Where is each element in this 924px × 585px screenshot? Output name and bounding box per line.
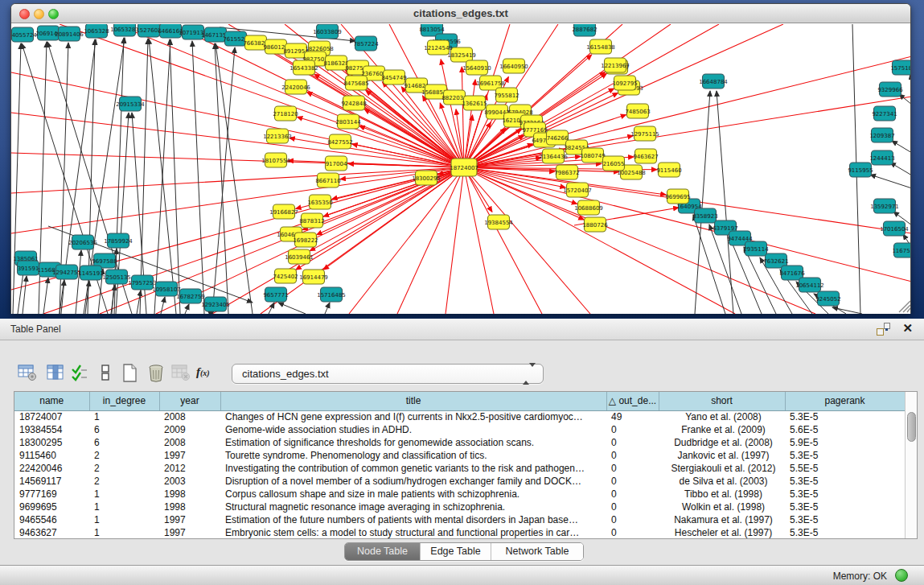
table-cell[interactable]: 1997 — [159, 526, 220, 539]
table-cell[interactable]: 2 — [89, 462, 159, 475]
select-columns-button[interactable] — [68, 364, 91, 385]
table-cell[interactable]: 9463627 — [14, 526, 89, 539]
column-header-name[interactable]: name — [14, 392, 89, 410]
graph-edge[interactable] — [464, 167, 542, 314]
graph-node[interactable]: 2935114 — [743, 241, 769, 256]
graph-node[interactable]: 18724007 — [450, 159, 478, 176]
table-cell[interactable]: 5.5E-5 — [785, 462, 905, 475]
graph-node[interactable]: 8878312 — [299, 213, 324, 228]
graph-node[interactable]: 1080749 — [580, 148, 605, 163]
table-row[interactable]: 2242004622012Investigating the contribut… — [14, 462, 905, 475]
table-cell[interactable]: 2008 — [159, 410, 220, 423]
graph-node[interactable]: 1065328 — [84, 24, 109, 38]
graph-node[interactable]: 2887682 — [572, 24, 597, 36]
table-scrollbar[interactable] — [905, 392, 917, 538]
table-cell[interactable]: 0 — [606, 501, 659, 513]
graph-node[interactable]: 9242848 — [341, 96, 366, 110]
table-cell[interactable]: 1 — [89, 488, 159, 501]
table-row[interactable]: 969969511998Structural magnetic resonanc… — [14, 501, 905, 513]
table-cell[interactable]: 2003 — [159, 475, 220, 488]
graph-node[interactable]: 391591 — [18, 261, 39, 275]
graph-node[interactable]: 7857224 — [353, 36, 379, 51]
graph-node[interactable]: 1362615 — [462, 96, 487, 110]
table-cell[interactable]: 18724007 — [14, 410, 89, 423]
graph-edge[interactable] — [192, 41, 204, 314]
graph-edge[interactable] — [323, 167, 464, 270]
graph-node[interactable]: 1145191 — [78, 266, 103, 280]
graph-node[interactable]: 12975115 — [630, 126, 659, 141]
tab-network-table[interactable]: Network Table — [491, 543, 583, 560]
table-cell[interactable]: Estimation of significance thresholds fo… — [220, 436, 606, 449]
table-cell[interactable]: Disruption of a novel member of a sodium… — [220, 475, 606, 488]
table-cell[interactable]: 5.3E-5 — [785, 410, 905, 423]
graph-edge[interactable] — [870, 175, 910, 188]
graph-node[interactable]: 16914479 — [299, 270, 328, 284]
graph-node[interactable]: 17859924 — [104, 233, 133, 248]
memory-status-indicator[interactable] — [895, 569, 908, 582]
graph-edge[interactable] — [140, 39, 148, 314]
graph-node[interactable]: 7955812 — [494, 88, 519, 102]
graph-node[interactable]: 10653287 — [110, 24, 139, 36]
table-cell[interactable]: Estimation of the future numbers of pati… — [220, 513, 606, 526]
graph-edge[interactable] — [892, 141, 910, 153]
graph-edge[interactable] — [907, 308, 910, 312]
graph-edge[interactable] — [23, 276, 27, 314]
graph-edge[interactable] — [446, 167, 464, 314]
graph-edge[interactable] — [185, 304, 189, 314]
graph-node[interactable]: 9699695 — [665, 189, 690, 204]
table-cell[interactable]: 1997 — [159, 449, 220, 462]
table-cell[interactable]: Yano et al. (2008) — [659, 410, 785, 423]
table-cell[interactable]: Jankovic et al. (1997) — [659, 449, 785, 462]
column-header-title[interactable]: title — [220, 392, 606, 410]
table-cell[interactable]: 6 — [89, 436, 159, 449]
graph-node[interactable]: 20915334 — [116, 97, 145, 111]
graph-node[interactable]: 12505135 — [102, 270, 131, 284]
table-row[interactable]: 1830029562008Estimation of significance … — [14, 436, 905, 449]
network-view-window[interactable]: citations_edges.txt 18724007140557242069… — [10, 3, 911, 314]
table-cell[interactable]: 9777169 — [14, 488, 89, 501]
table-cell[interactable]: Structural magnetic resonance image aver… — [220, 501, 606, 513]
graph-node[interactable]: 2718120 — [273, 106, 298, 121]
table-cell[interactable]: 5.9E-5 — [785, 436, 905, 449]
table-cell[interactable]: 0 — [606, 475, 659, 488]
column-header-pagerank[interactable]: pagerank — [785, 392, 905, 410]
graph-edge[interactable] — [278, 303, 306, 314]
table-cell[interactable]: Genome-wide association studies in ADHD. — [220, 423, 606, 436]
table-cell[interactable]: Wolkin et al. (1998) — [659, 501, 785, 513]
table-cell[interactable]: 1998 — [159, 501, 220, 513]
table-row[interactable]: 946362711997Embryonic stem cells: a mode… — [14, 526, 905, 539]
graph-node[interactable]: 8358923 — [692, 208, 717, 223]
table-cell[interactable]: 5.6E-5 — [785, 423, 905, 436]
table-cell[interactable]: 19384554 — [14, 423, 89, 436]
graph-node[interactable]: 16033809 — [313, 24, 342, 39]
graph-node[interactable]: 15720407 — [563, 183, 592, 197]
table-cell[interactable]: Embryonic stem cells: a model to study s… — [220, 526, 606, 539]
graph-node[interactable]: 16543382 — [290, 60, 318, 75]
function-builder-button[interactable]: f(x) — [196, 365, 224, 379]
graph-edge[interactable] — [464, 167, 494, 314]
delete-column-button[interactable] — [145, 364, 167, 385]
table-select-dropdown[interactable]: citations_edges.txt — [232, 364, 544, 384]
graph-node[interactable]: 917004 — [326, 156, 347, 171]
table-cell[interactable]: Investigating the contribution of common… — [220, 462, 606, 475]
graph-edge[interactable] — [216, 43, 253, 314]
graph-node[interactable]: 1244413 — [869, 150, 894, 165]
table-cell[interactable]: 6 — [89, 423, 159, 436]
table-cell[interactable]: Stergiakouli et al. (2012) — [659, 462, 785, 475]
table-row[interactable]: 1456911722003Disruption of a novel membe… — [14, 475, 905, 488]
graph-node[interactable]: 19384554 — [484, 215, 513, 229]
graph-edge[interactable] — [899, 94, 910, 105]
table-row[interactable]: 1872400712008Changes of HCN gene express… — [14, 410, 905, 423]
table-cell[interactable]: Franke et al. (2009) — [659, 423, 785, 436]
graph-node[interactable]: 12213967 — [601, 58, 630, 72]
graph-edge[interactable] — [464, 167, 910, 282]
graph-node[interactable]: 216055 — [603, 156, 625, 171]
graph-node[interactable]: 16648784 — [699, 74, 728, 89]
graph-node[interactable]: 1635350 — [307, 195, 332, 209]
table-cell[interactable]: 2012 — [159, 462, 220, 475]
table-cell[interactable]: 1997 — [159, 513, 220, 526]
table-cell[interactable]: 0 — [606, 488, 659, 501]
network-canvas[interactable]: 1872400714055724206914020891406106532810… — [11, 24, 910, 314]
column-header-in_degree[interactable]: in_degree — [89, 392, 159, 410]
close-panel-button[interactable]: ✕ — [902, 321, 913, 336]
